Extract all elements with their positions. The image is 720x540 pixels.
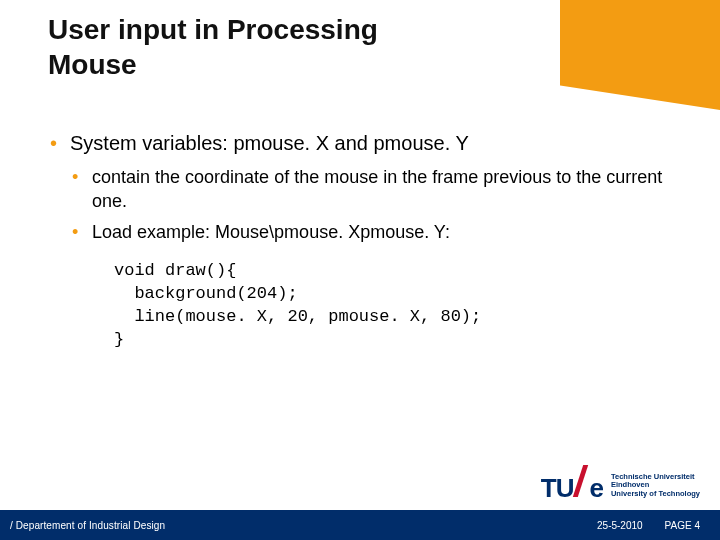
university-logo: TU e Technische Universiteit Eindhoven U… (541, 467, 700, 504)
title-line-2: Mouse (48, 49, 137, 80)
logo-mark: TU e (541, 467, 603, 504)
slide-content: System variables: pmouse. X and pmouse. … (48, 130, 680, 362)
bullet-l2a-text: contain the coordinate of the mouse in t… (92, 167, 662, 211)
bullet-list-level2: contain the coordinate of the mouse in t… (70, 165, 680, 244)
bullet-list-level1: System variables: pmouse. X and pmouse. … (48, 130, 680, 352)
footer-department: / Departement of Industrial Design (10, 520, 165, 531)
slide-title: User input in Processing Mouse (48, 12, 538, 82)
footer-right: 25-5-2010 PAGE 4 (597, 520, 700, 531)
code-block: void draw(){ background(204); line(mouse… (114, 260, 680, 352)
bullet-l1-text: System variables: pmouse. X and pmouse. … (70, 132, 469, 154)
title-line-1: User input in Processing (48, 14, 378, 45)
logo-line3: University of Technology (611, 490, 700, 499)
bullet-l2-item: Load example: Mouse\pmouse. Xpmouse. Y: (70, 220, 680, 244)
logo-slash-icon (574, 467, 588, 497)
logo-tu-text: TU (541, 473, 574, 504)
footer-page: PAGE 4 (665, 520, 700, 531)
bullet-l2b-text: Load example: Mouse\pmouse. Xpmouse. Y: (92, 222, 450, 242)
footer-date: 25-5-2010 (597, 520, 643, 531)
bullet-l2-item: contain the coordinate of the mouse in t… (70, 165, 680, 214)
slide: User input in Processing Mouse System va… (0, 0, 720, 540)
bullet-l1-item: System variables: pmouse. X and pmouse. … (48, 130, 680, 352)
logo-subtext: Technische Universiteit Eindhoven Univer… (611, 473, 700, 499)
footer-bar: / Departement of Industrial Design 25-5-… (0, 510, 720, 540)
logo-e-text: e (589, 473, 602, 504)
